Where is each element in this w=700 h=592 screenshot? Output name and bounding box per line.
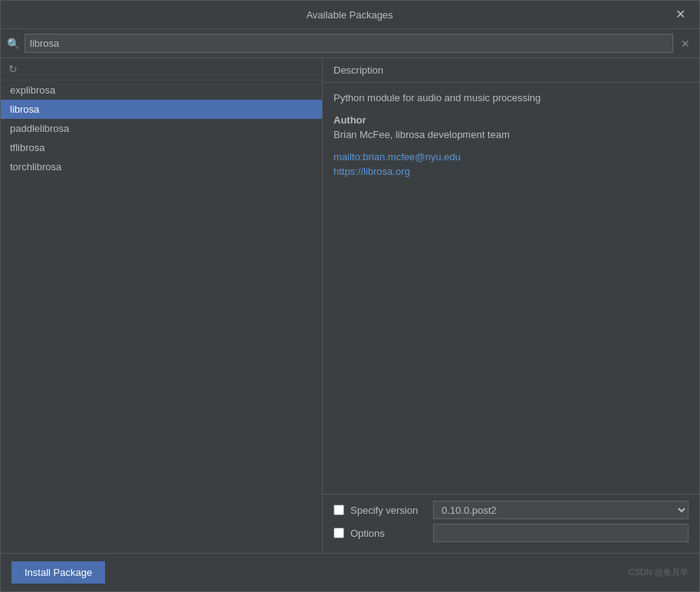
website-link[interactable]: https://librosa.org	[334, 166, 688, 177]
author-label: Author	[334, 114, 688, 126]
package-list: explibrosa librosa paddlelibrosa tflibro…	[1, 81, 322, 553]
dialog-title: Available Packages	[28, 9, 671, 21]
package-item-explibrosa[interactable]: explibrosa	[1, 81, 322, 100]
install-button[interactable]: Install Package	[12, 561, 105, 584]
mailto-link[interactable]: mailto:brian.mcfee@nyu.edu	[334, 151, 688, 163]
refresh-row: ↻	[1, 58, 322, 81]
description-content: Python module for audio and music proces…	[323, 83, 699, 494]
options-row: Options	[334, 524, 688, 542]
search-input[interactable]	[25, 34, 673, 53]
close-button[interactable]: ✕	[671, 7, 690, 22]
specify-version-row: Specify version 0.10.0.post2	[334, 501, 688, 519]
author-value: Brian McFee, librosa development team	[334, 129, 688, 140]
description-header: Description	[323, 58, 699, 83]
dialog-footer: Install Package CSDN @鱼月半	[1, 553, 699, 591]
bottom-options: Specify version 0.10.0.post2 Options	[323, 494, 699, 553]
watermark: CSDN @鱼月半	[629, 567, 688, 578]
specify-version-label: Specify version	[350, 505, 427, 516]
description-text: Python module for audio and music proces…	[334, 92, 688, 104]
options-label: Options	[350, 528, 427, 539]
title-bar: Available Packages ✕	[1, 1, 699, 29]
options-checkbox[interactable]	[334, 528, 344, 538]
specify-version-checkbox[interactable]	[334, 505, 344, 515]
package-item-paddlelibrosa[interactable]: paddlelibrosa	[1, 119, 322, 138]
main-content: ↻ explibrosa librosa paddlelibrosa tflib…	[1, 58, 699, 553]
package-item-torchlibrosa[interactable]: torchlibrosa	[1, 157, 322, 176]
left-panel: ↻ explibrosa librosa paddlelibrosa tflib…	[1, 58, 323, 553]
right-panel: Description Python module for audio and …	[323, 58, 699, 553]
refresh-icon[interactable]: ↻	[8, 63, 18, 75]
available-packages-dialog: Available Packages ✕ 🔍 ✕ ↻ explibrosa li…	[0, 0, 700, 592]
options-input[interactable]	[433, 524, 688, 542]
package-item-librosa[interactable]: librosa	[1, 100, 322, 119]
version-select[interactable]: 0.10.0.post2	[433, 501, 688, 519]
package-item-tflibrosa[interactable]: tflibrosa	[1, 138, 322, 157]
search-icon: 🔍	[7, 38, 20, 50]
search-clear-button[interactable]: ✕	[678, 36, 693, 51]
search-bar: 🔍 ✕	[1, 29, 699, 58]
